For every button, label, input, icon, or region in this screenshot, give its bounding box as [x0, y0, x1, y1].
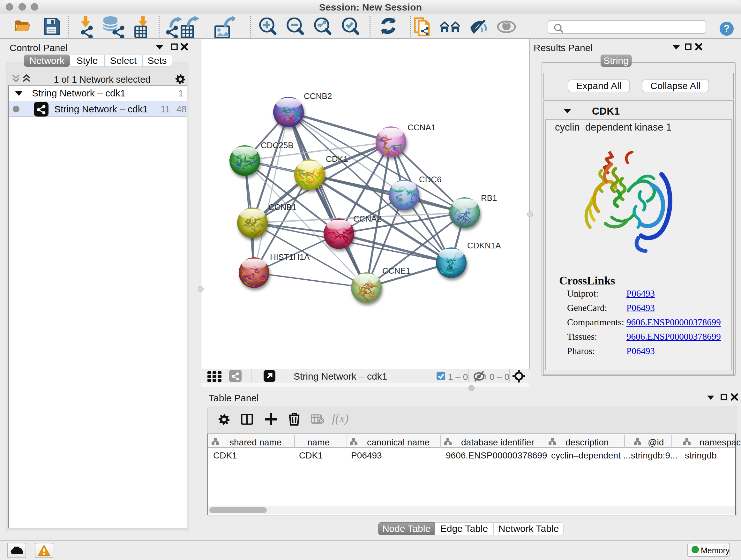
svg-text:CDC6: CDC6 [419, 175, 442, 184]
svg-text:CCNA1: CCNA1 [408, 123, 435, 132]
svg-text:CCNB2: CCNB2 [304, 91, 332, 101]
svg-text:CDC25B: CDC25B [261, 140, 293, 150]
svg-text:CDKN1A: CDKN1A [467, 241, 501, 250]
svg-text:CCNE1: CCNE1 [382, 266, 410, 275]
svg-text:HIST1H1A: HIST1H1A [270, 252, 310, 262]
svg-text:RB1: RB1 [481, 193, 497, 203]
svg-text:CCNB1: CCNB1 [268, 202, 296, 212]
svg-text:CCNA2: CCNA2 [353, 214, 381, 224]
svg-text:CDK1: CDK1 [326, 154, 348, 164]
